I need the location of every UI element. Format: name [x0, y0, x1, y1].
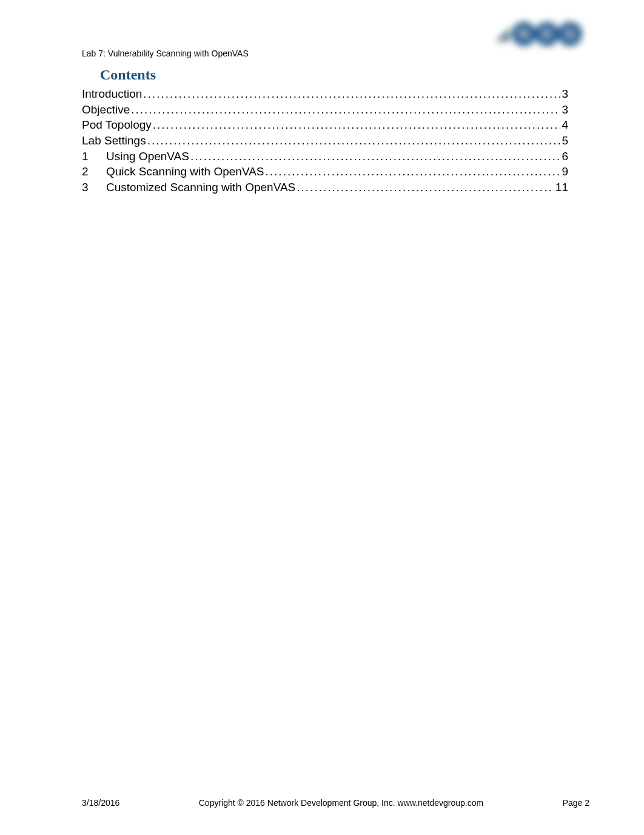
toc-title: Quick Scanning with OpenVAS	[106, 164, 264, 180]
page-footer: 3/18/2016 Copyright © 2016 Network Devel…	[82, 798, 589, 808]
toc-leader-dots: ........................................…	[147, 133, 561, 149]
toc-leader-dots: ........................................…	[143, 86, 560, 102]
toc-section-number: 1	[82, 149, 106, 164]
footer-copyright: Copyright © 2016 Network Development Gro…	[119, 798, 562, 808]
toc-page-number: 3	[562, 86, 568, 102]
svg-text:N: N	[518, 25, 529, 42]
contents-heading: Contents	[100, 67, 568, 83]
ndg-logo-icon: N D G	[492, 17, 583, 50]
toc-section-number: 2	[82, 164, 106, 180]
toc-title: Objective	[82, 102, 130, 118]
ndg-logo: N D G	[492, 17, 583, 50]
document-page: Lab 7: Vulnerability Scanning with OpenV…	[0, 0, 644, 835]
svg-marker-0	[495, 28, 509, 41]
toc-page-number: 11	[555, 180, 568, 195]
toc-title: Customized Scanning with OpenVAS	[106, 180, 295, 195]
toc-entry: Pod Topology ...........................…	[82, 117, 568, 133]
toc-page-number: 5	[562, 133, 568, 149]
toc-leader-dots: ........................................…	[131, 102, 560, 118]
svg-text:G: G	[565, 25, 576, 42]
toc-leader-dots: ........................................…	[266, 164, 561, 180]
toc-page-number: 3	[562, 102, 568, 118]
toc-entry: Objective ..............................…	[82, 102, 568, 118]
toc-title: Lab Settings	[82, 133, 146, 149]
toc-entry: Lab Settings ...........................…	[82, 133, 568, 149]
table-of-contents: Introduction ...........................…	[82, 86, 568, 195]
toc-leader-dots: ........................................…	[190, 149, 560, 164]
toc-entry: Introduction ...........................…	[82, 86, 568, 102]
toc-section-number: 3	[82, 180, 106, 195]
toc-title: Using OpenVAS	[106, 149, 189, 164]
toc-page-number: 9	[562, 164, 568, 180]
header-lab-label: Lab 7: Vulnerability Scanning with OpenV…	[82, 49, 249, 58]
toc-entry: 3 Customized Scanning with OpenVAS .....…	[82, 180, 568, 195]
footer-page-number: Page 2	[563, 798, 589, 808]
footer-date: 3/18/2016	[82, 798, 119, 808]
toc-page-number: 6	[562, 149, 568, 164]
toc-title: Pod Topology	[82, 117, 152, 133]
toc-entry: 2 Quick Scanning with OpenVAS ..........…	[82, 164, 568, 180]
toc-title: Introduction	[82, 86, 142, 102]
toc-leader-dots: ........................................…	[297, 180, 554, 195]
toc-entry: 1 Using OpenVAS ........................…	[82, 149, 568, 164]
toc-page-number: 4	[562, 117, 568, 133]
svg-text:D: D	[542, 25, 552, 42]
toc-leader-dots: ........................................…	[153, 117, 561, 133]
